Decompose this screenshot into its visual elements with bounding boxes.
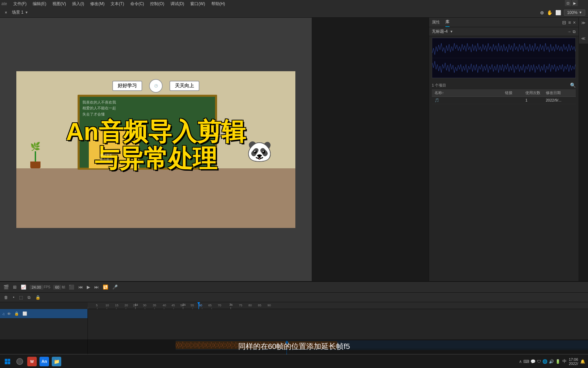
tl-loop-button[interactable]: 🔁 [102,284,109,290]
library-table-header: 名称↑ 链接 使用次数 修改日期 [432,89,576,97]
zoom-chevron-icon[interactable]: ▼ [579,11,582,14]
restore-button[interactable]: ⊡ [565,0,571,6]
taskbar-wps-button[interactable]: W [27,357,37,366]
panel-minimize-button[interactable]: ⊟ [562,20,566,25]
taskbar-animate-button[interactable]: An [39,357,49,366]
play-button[interactable]: ▶ [572,0,578,6]
fps-group: 24.00 FPS [30,285,50,290]
zoom-value: 100% [567,10,577,15]
layer-lock-button[interactable]: 🔒 [13,311,20,316]
shield-icon[interactable]: 🛡 [537,359,541,364]
fps-value: 24.00 [30,285,43,290]
tl-play-button[interactable]: ▶ [86,284,91,290]
app-title: ate [1,1,7,6]
timeline-ruler: 5 10 15 20 25 1s 30 35 40 45 50 2s 55 60… [88,302,588,309]
tl-graph-button[interactable]: ⊞ [12,284,17,290]
network-icon[interactable]: 🌐 [542,359,548,364]
waveform-display [432,37,576,78]
tl-frame-dot-button[interactable]: • [12,294,16,301]
timeline-header: 🎬 ⊞ 📈 24.00 FPS 60 帧 ⬛ ⏮ ▶ ⏭ 🔁 🎤 [0,282,588,293]
wps-icon: W [27,357,37,366]
menu-view[interactable]: 视图(V) [50,0,69,7]
library-item-uses: 1 [525,98,546,103]
panel-icons: ⊟ ≡ × [562,20,576,25]
svg-text:70: 70 [218,304,221,307]
project-name: 无标题-4 [432,29,448,34]
taskbar: W An 📁 ∧ ⌨ 💬 🛡 🌐 🔊 🔋 中 17:06 2022/ 🔔 [0,354,588,368]
snap-icon[interactable]: ⊕ [540,10,544,15]
svg-text:1s: 1s [135,303,138,306]
layer-icon: ♫ [2,312,5,316]
menu-help[interactable]: 帮助(H) [209,0,228,7]
menu-insert[interactable]: 插入(I) [69,0,87,7]
add-to-library-button[interactable]: → [567,29,571,34]
library-copy-button[interactable]: ⧉ [573,29,576,34]
arrow-up-icon[interactable]: ∧ [519,359,522,364]
col-name: 名称↑ [435,90,505,95]
notification-icon[interactable]: 🔔 [580,359,585,364]
menu-file[interactable]: 文件(F) [11,0,29,7]
tl-next-frame-button[interactable]: ⏭ [94,284,99,290]
close-tab-button[interactable]: × [3,10,9,16]
time-display: 17:06 2022/ [569,357,578,366]
chat-icon[interactable]: 💬 [530,359,536,364]
panel-tabs: 属性 库 ⊟ ≡ × [429,18,578,27]
panel-settings-button[interactable]: ≡ [568,20,571,25]
top-signs: 好好学习 🕐 天天向上 [72,79,240,93]
layer-row-audio[interactable]: ♫ 👁 🔒 ⬜ [0,309,87,319]
tl-chart-button[interactable]: 📈 [20,284,27,290]
overlay-line1: An音频导入剪辑 [30,118,281,145]
menu-modify[interactable]: 修改(M) [87,0,107,7]
tl-onion2-button[interactable]: ⧉ [26,294,32,301]
vertical-toolbar: ≫ ≪ [578,18,588,44]
tab-properties[interactable]: 属性 [432,18,440,27]
panel-close-button[interactable]: × [573,20,576,25]
vtool-expand-button[interactable]: ≫ [580,19,587,27]
menu-edit[interactable]: 编辑(E) [30,0,49,7]
library-search-icon[interactable]: 🔍 [570,82,576,88]
layer-visibility-button[interactable]: 👁 [6,311,12,316]
menu-control[interactable]: 控制(O) [147,0,167,7]
volume-icon[interactable]: 🔊 [549,359,554,364]
library-item[interactable]: 🎵 1 2022/9/... [432,97,576,104]
svg-text:2s: 2s [182,303,186,306]
tl-onion-button[interactable]: ⬚ [18,294,24,301]
system-icons: ∧ ⌨ 💬 🛡 🌐 🔊 🔋 [519,359,560,364]
tl-delete-layer-button[interactable]: 🗑 [3,294,10,301]
menu-text[interactable]: 文本(T) [108,0,127,7]
vtool-collapse-button[interactable]: ≪ [580,35,587,42]
menu-command[interactable]: 命令(C) [128,0,147,7]
watermark: @陆哥长 请勿搬运 [100,153,112,162]
stage-canvas: 好好学习 🕐 天天向上 我喜欢的人不喜欢我 相爱的人不能在一起 失去了才会懂 🌿 [16,71,295,228]
taskbar-windows-button[interactable] [3,357,12,366]
scene-chevron-icon[interactable]: ▼ [25,11,28,14]
tl-lock-button[interactable]: 🔒 [34,294,42,301]
library-item-date: 2022/9/... [546,98,573,103]
tl-stop-button[interactable]: ⬛ [68,284,75,290]
fps-label: FPS [44,285,50,289]
fit-icon[interactable]: ⬜ [555,10,561,15]
menubar: ate 文件(F) 编辑(E) 视图(V) 插入(I) 修改(M) 文本(T) … [0,0,588,7]
language-indicator[interactable]: 中 [562,358,567,364]
svg-text:10: 10 [105,304,109,307]
menu-debug[interactable]: 调试(D) [168,0,187,7]
tl-mic-button[interactable]: 🎤 [112,284,118,290]
keyboard-icon[interactable]: ⌨ [523,359,529,364]
menu-window[interactable]: 窗口(W) [187,0,208,7]
library-stats: 1 个项目 🔍 [432,81,576,89]
project-dropdown-icon[interactable]: ▼ [450,30,453,33]
hand-icon[interactable]: ✋ [547,10,553,15]
toolbar: × 场景 1 ▼ ⊕ ✋ ⬜ 100% ▼ [0,7,588,18]
tab-library[interactable]: 库 [445,18,450,27]
svg-text:3s: 3s [229,303,233,306]
svg-text:15: 15 [115,304,118,307]
taskbar-search-button[interactable] [15,357,24,366]
tl-prev-frame-button[interactable]: ⏮ [78,284,83,290]
frame-label: 帧 [62,285,65,290]
blackboard-line-2: 相爱的人不能在一起 [82,106,116,110]
taskbar-files-button[interactable]: 📁 [52,357,61,366]
overlay-line2: 与异常处理 [30,145,281,172]
tl-camera-button[interactable]: 🎬 [3,284,10,290]
battery-icon[interactable]: 🔋 [555,359,560,364]
layer-outline-button[interactable]: ⬜ [21,311,28,316]
